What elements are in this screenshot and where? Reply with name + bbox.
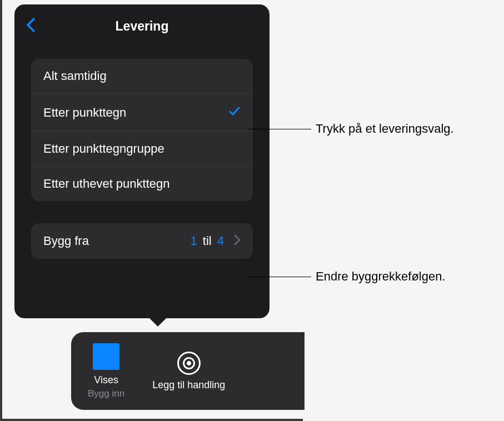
build-from-group: Bygg fra 1 til 4: [31, 223, 253, 259]
option-label: Etter punkttegn: [43, 106, 126, 120]
option-label: Etter punkttegngruppe: [43, 142, 164, 156]
popover-header: Levering: [14, 16, 270, 37]
build-from-value: 1: [191, 234, 197, 248]
vises-label: Vises: [94, 374, 118, 386]
build-from-label: Bygg fra: [43, 234, 89, 248]
callout-build-order: Endre byggrekkefølgen.: [247, 269, 446, 284]
appear-icon: [93, 343, 119, 370]
option-by-bullet[interactable]: Etter punkttegn: [31, 94, 253, 132]
back-icon[interactable]: [26, 17, 36, 36]
chevron-right-icon: [234, 233, 241, 249]
delivery-options-group: Alt samtidig Etter punkttegn Etter punkt…: [31, 59, 253, 201]
build-from-item[interactable]: Bygg fra 1 til 4: [31, 223, 253, 259]
option-by-bullet-group[interactable]: Etter punkttegngruppe: [31, 132, 253, 167]
build-to-label: til: [203, 234, 212, 248]
add-action-button[interactable]: Legg til handling: [152, 352, 225, 391]
callout-line: [247, 277, 311, 277]
bottom-toolbar: Vises Bygg inn Legg til handling: [71, 332, 305, 410]
callout-text: Trykk på et leveringsvalg.: [316, 122, 454, 136]
callout-line: [247, 129, 311, 129]
popover-title: Levering: [116, 19, 169, 34]
option-label: Etter uthevet punkttegn: [43, 177, 170, 191]
build-to-value: 4: [217, 234, 224, 248]
option-all-at-once[interactable]: Alt samtidig: [31, 59, 253, 94]
target-icon: [177, 352, 201, 375]
option-by-highlighted-bullet[interactable]: Etter uthevet punkttegn: [31, 167, 253, 201]
add-action-label: Legg til handling: [152, 379, 225, 391]
callout-text: Endre byggrekkefølgen.: [316, 269, 446, 284]
option-label: Alt samtidig: [43, 69, 107, 83]
checkmark-icon: [228, 104, 241, 121]
popover-tail: [148, 317, 168, 327]
build-from-values: 1 til 4: [191, 233, 241, 249]
delivery-popover: Levering Alt samtidig Etter punkttegn Et…: [14, 4, 270, 318]
vises-button[interactable]: Vises Bygg inn: [88, 343, 124, 399]
callout-delivery-option: Trykk på et leveringsvalg.: [247, 122, 454, 136]
bygg-inn-label: Bygg inn: [88, 388, 124, 399]
